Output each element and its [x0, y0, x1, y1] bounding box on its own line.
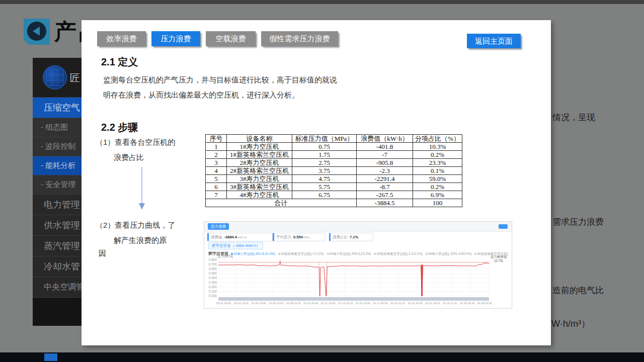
tab-4[interactable]: 假性需求压力浪费 — [261, 31, 338, 46]
table-row: 32#寿力空压机2.75-905.823.3% — [206, 159, 462, 167]
dashboard-settings-chip[interactable] — [499, 224, 508, 229]
x-tick-label: 02-17 06:00 — [373, 302, 387, 305]
total-label-cell: 合计 — [206, 199, 357, 207]
step1-text-line2: 浪费占比 — [114, 153, 144, 162]
taskbar — [0, 352, 644, 362]
x-tick-label: 02-11 20:00 — [321, 302, 336, 305]
return-home-button[interactable]: 返回主页面 — [467, 34, 521, 48]
screen: 产品 匠 压缩空气- 组态图- 波段控制- 能耗分析- 安全管理电力管理供水管理… — [0, 0, 644, 362]
table-cell: 4#寿力空压机 — [227, 191, 292, 199]
column-header: 序号 — [206, 135, 227, 143]
table-total-row: 合计-3884.5100 — [206, 199, 462, 207]
definition-text-line1: 监测每台空压机的产气压力，并与目标值进行比较，高于目标值的就说 — [103, 75, 337, 85]
stat-label: 浪费值: — [211, 235, 223, 240]
legend-dot-icon — [426, 253, 428, 255]
dashboard-header-bar — [204, 222, 512, 232]
x-tick-label: 02-22 16:00 — [425, 302, 440, 305]
stat-box-3: 浪费占比:7.1% — [329, 233, 373, 241]
total-pct-cell: 100 — [413, 199, 462, 207]
stat-unit: MPa — [303, 236, 309, 239]
x-tick-label: 02-15 10:40 — [356, 302, 370, 305]
y-tick-label: 0.700 — [204, 262, 217, 266]
back-icon[interactable] — [24, 19, 50, 45]
table-row: 53#寿力空压机4.75-2291.459.0% — [206, 175, 462, 183]
legend-item-4[interactable]: 2#新英格索兰空压机(-2.3,0.1%) — [374, 252, 422, 255]
table-cell: 23.3% — [413, 159, 462, 167]
definition-heading: 2.1 定义 — [101, 55, 138, 69]
top-strip — [0, 0, 644, 4]
background-text-fragment: 造前的电气比 — [552, 285, 604, 296]
x-tick-label: 02-19 01:20 — [390, 302, 405, 305]
step2-text-line3: 因 — [99, 249, 106, 258]
y-tick-label: 0.000 — [204, 294, 217, 298]
table-cell: 2#新英格索兰空压机 — [227, 167, 292, 175]
background-text-fragment: W·h/m³） — [551, 318, 590, 330]
pipeline-subtab[interactable]: 辉宇总管道（-3884.4kW·h） — [208, 242, 263, 249]
legend-dot-icon — [327, 253, 329, 255]
table-cell: 2 — [206, 151, 227, 159]
column-header: 标准压力值（MPa） — [292, 135, 357, 143]
table-cell: 3#新英格索兰空压机 — [227, 183, 292, 191]
table-row: 74#寿力空压机6.75-267.56.9% — [206, 191, 462, 199]
y-tick-label: 0.300 — [204, 281, 217, 284]
dashboard-title-badge: 压力浪费 — [208, 223, 229, 230]
table-cell: 0.75 — [292, 143, 357, 151]
stat-unit: (kW·h) — [237, 236, 247, 239]
table-cell: 1 — [206, 143, 227, 151]
y-tick-label: 0.500 — [204, 272, 217, 275]
stat-box-1: 浪费值:-3884.4(kW·h) — [207, 233, 273, 241]
table-cell: -905.8 — [357, 159, 413, 167]
stat-box-2: 平均压力:0.554MPa — [273, 233, 326, 241]
table-row: 63#新英格索兰空压机5.75-8.70.2% — [206, 183, 462, 191]
tab-3[interactable]: 空载浪费 — [206, 31, 256, 46]
waste-table-header: 序号设备名称标准压力值（MPa）浪费值（kW·h）分项占比（%） — [206, 135, 462, 143]
legend-item-5[interactable]: 3#寿力空压机(-2291.4,59.0%) — [426, 252, 471, 255]
y-tick-label: 0.100 — [204, 290, 217, 293]
definition-text-line2: 明存在浪费，从而找出偏差最大的空压机，进行深入分析。 — [103, 90, 299, 100]
table-cell: 1#新英格索兰空压机 — [227, 151, 292, 159]
back-circle-icon — [27, 22, 46, 41]
total-waste-cell: -3884.5 — [357, 199, 413, 207]
y-tick-label: 0.400 — [204, 276, 217, 280]
legend-item-2[interactable]: 1#新英格索兰空压机(-7,0.2%) — [278, 252, 324, 255]
table-cell: -267.5 — [357, 191, 413, 199]
table-cell: 6.75 — [292, 191, 357, 199]
table-header-row: 序号设备名称标准压力值（MPa）浪费值（kW·h）分项占比（%） — [206, 135, 462, 143]
table-cell: 4 — [206, 167, 227, 175]
tab-1[interactable]: 效率浪费 — [97, 31, 146, 46]
x-tick-label: 02-26 06:40 — [460, 302, 474, 305]
table-cell: 0.1% — [413, 167, 462, 175]
column-header: 浪费值（kW·h） — [357, 135, 413, 143]
down-arrow-icon — [138, 167, 146, 210]
overlay-panel: 效率浪费压力浪费空载浪费假性需求压力浪费 返回主页面 2.1 定义 监测每台空压… — [82, 20, 551, 345]
legend-item-3[interactable]: 2#寿力空压机(-905.8,23.3%) — [327, 252, 371, 255]
table-cell: 10.3% — [413, 143, 462, 151]
chart-scrollbar[interactable] — [218, 297, 489, 301]
x-tick-label: 02-01 00:00 — [216, 302, 231, 305]
table-cell: 59.0% — [413, 175, 462, 183]
table-cell: -8.7 — [357, 183, 413, 191]
step2-text-line1: （2）查看压力曲线，了 — [96, 221, 175, 230]
column-header: 设备名称 — [227, 135, 292, 143]
pressure-series-line — [218, 261, 489, 296]
legend-item-1[interactable]: 1#寿力空压机(-401.8,10.3%) — [231, 252, 275, 255]
table-cell: 6.9% — [413, 191, 462, 199]
x-tick-label: 02-20 20:40 — [408, 302, 422, 305]
table-cell: 3#寿力空压机 — [227, 175, 292, 183]
y-tick-label: 0.800 — [204, 258, 217, 261]
legend-dot-icon — [374, 253, 376, 255]
legend-dot-icon — [474, 253, 476, 255]
taskbar-app-tile[interactable] — [44, 353, 57, 361]
x-tick-label: 02-04 14:40 — [251, 302, 266, 305]
table-row: 21#新英格索兰空压机1.75-70.2% — [206, 151, 462, 159]
tab-2[interactable]: 压力浪费 — [151, 31, 200, 46]
table-cell: 1#寿力空压机 — [227, 143, 292, 151]
dashboard-screenshot: 压力浪费 浪费值:-3884.4(kW·h)平均压力:0.554MPa浪费占比:… — [204, 221, 512, 309]
table-row: 11#寿力空压机0.75-401.810.3% — [206, 143, 462, 151]
steps-heading: 2.2 步骤 — [101, 121, 138, 134]
y-axis-label: 压力(MPa) — [217, 254, 233, 259]
app-logo-text: 匠 — [70, 71, 80, 85]
table-cell: 3 — [206, 159, 227, 167]
table-cell: -2291.4 — [357, 175, 413, 183]
x-tick-label: 02-10 00:40 — [303, 302, 318, 305]
